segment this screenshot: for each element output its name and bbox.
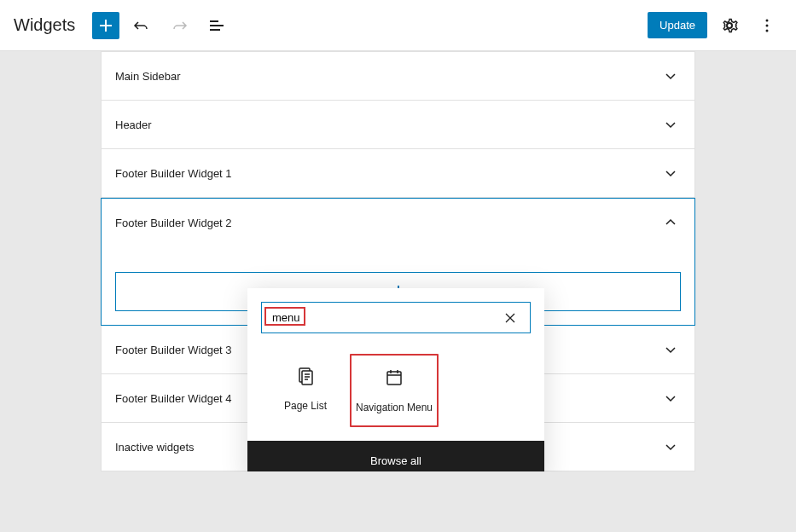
plus-icon xyxy=(96,15,116,36)
widget-area-title: Header xyxy=(115,119,152,131)
block-item-label: Navigation Menu xyxy=(356,402,433,415)
chevron-down-icon xyxy=(660,388,681,408)
block-item-label: Page List xyxy=(284,400,327,413)
redo-button[interactable] xyxy=(164,10,195,41)
clear-search-button[interactable] xyxy=(498,306,522,330)
widget-area-header[interactable]: Footer Builder Widget 1 xyxy=(102,149,694,197)
list-view-icon xyxy=(206,15,227,36)
update-button[interactable]: Update xyxy=(648,12,707,38)
block-search-input[interactable] xyxy=(261,302,531,333)
svg-point-0 xyxy=(766,19,769,21)
widget-area-header[interactable]: Main Sidebar xyxy=(102,52,694,100)
chevron-down-icon xyxy=(660,163,681,183)
block-picker-results: Page ListNavigation Menu xyxy=(247,347,544,441)
chevron-up-icon xyxy=(660,212,681,233)
page-title: Widgets xyxy=(14,15,75,35)
page-list-icon xyxy=(295,366,316,386)
block-item[interactable]: Page List xyxy=(261,354,350,427)
svg-rect-4 xyxy=(302,371,312,385)
svg-point-2 xyxy=(766,29,769,32)
widget-area-header[interactable]: Header xyxy=(102,101,694,148)
svg-rect-5 xyxy=(387,372,401,385)
chevron-down-icon xyxy=(660,114,681,135)
svg-point-1 xyxy=(766,24,769,26)
close-icon xyxy=(502,309,519,327)
chevron-down-icon xyxy=(660,66,681,86)
widget-area-panel: Footer Builder Widget 1 xyxy=(101,149,695,198)
undo-icon xyxy=(131,15,152,36)
widget-area-title: Footer Builder Widget 1 xyxy=(115,167,232,180)
widget-area-title: Footer Builder Widget 3 xyxy=(115,344,232,356)
add-block-button[interactable] xyxy=(92,12,119,39)
widget-area-header[interactable]: Footer Builder Widget 2 xyxy=(102,199,694,246)
more-options-button[interactable] xyxy=(752,10,782,41)
browse-all-button[interactable]: Browse all xyxy=(247,441,544,471)
widget-area-title: Footer Builder Widget 4 xyxy=(115,392,232,405)
widget-area-title: Inactive widgets xyxy=(115,441,195,454)
redo-icon xyxy=(169,15,189,36)
widget-area-panel: Header xyxy=(101,101,695,149)
chevron-down-icon xyxy=(660,339,681,360)
navigation-menu-icon xyxy=(384,367,404,388)
gear-icon xyxy=(719,15,740,36)
block-picker-popover: Page ListNavigation MenuBrowse all xyxy=(247,288,544,471)
block-item[interactable]: Navigation Menu xyxy=(350,354,439,427)
settings-button[interactable] xyxy=(714,10,745,41)
undo-button[interactable] xyxy=(126,10,157,41)
kebab-icon xyxy=(757,15,777,36)
widget-area-panel: Main Sidebar xyxy=(101,51,695,101)
chevron-down-icon xyxy=(660,437,681,457)
widget-area-title: Main Sidebar xyxy=(115,70,181,83)
widget-area-title: Footer Builder Widget 2 xyxy=(115,217,232,229)
list-view-button[interactable] xyxy=(201,10,232,41)
